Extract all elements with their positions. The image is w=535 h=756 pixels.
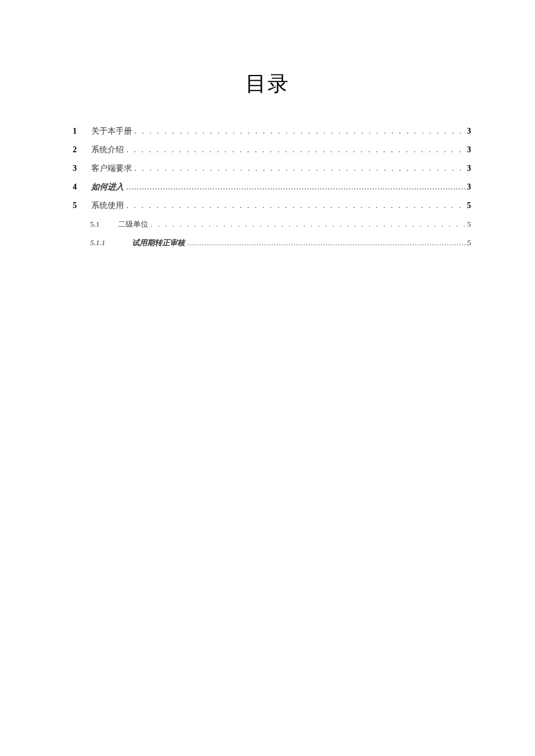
toc-page: 3 [467, 164, 471, 173]
toc-entry: 3 客户端要求 . . . . . . . . . . . . . . . . … [64, 163, 471, 174]
toc-number: 5 [73, 201, 91, 210]
toc-page: 3 [467, 182, 471, 192]
toc-entry: 5 系统使用 . . . . . . . . . . . . . . . . .… [64, 200, 471, 211]
toc-text: 客户端要求 [91, 163, 132, 174]
toc-page: 5 [467, 201, 471, 210]
toc-page: 5 [468, 238, 472, 248]
toc-page: 3 [467, 145, 471, 155]
toc-number: 5.1.1 [90, 238, 132, 248]
toc-entry: 5.1 二级单位 . . . . . . . . . . . . . . . .… [64, 219, 471, 230]
toc-title: 目录 [64, 70, 471, 98]
toc-text: 如何进入 [91, 182, 124, 192]
toc-leader: . . . . . . . . . . . . . . . . . . . . … [132, 164, 467, 173]
toc-leader: . . . . . . . . . . . . . . . . . . . . … [124, 145, 467, 155]
toc-text: 二级单位 [118, 219, 148, 230]
toc-number: 3 [73, 164, 91, 173]
toc-leader: . . . . . . . . . . . . . . . . . . . . … [148, 220, 468, 229]
toc-leader: ........................................… [124, 182, 467, 192]
toc-entry: 2 系统介绍 . . . . . . . . . . . . . . . . .… [64, 145, 471, 155]
document-page: 目录 1 关于本手册 . . . . . . . . . . . . . . .… [0, 0, 535, 248]
toc-number: 2 [73, 145, 91, 155]
toc-number: 4 [73, 182, 91, 192]
toc-leader: . . . . . . . . . . . . . . . . . . . . … [132, 127, 467, 136]
toc-text: 系统介绍 [91, 145, 124, 155]
toc-entry: 5.1.1 试用期转正审核 ..........................… [64, 238, 471, 248]
toc-text: 试用期转正审核 [132, 238, 185, 248]
toc-page: 5 [468, 220, 472, 229]
toc-entry: 1 关于本手册 . . . . . . . . . . . . . . . . … [64, 126, 471, 137]
toc-leader: ........................................… [185, 238, 468, 248]
toc-number: 1 [73, 127, 91, 136]
toc-text: 关于本手册 [91, 126, 132, 137]
toc-leader: . . . . . . . . . . . . . . . . . . . . … [124, 201, 467, 210]
toc-page: 3 [467, 127, 471, 136]
toc-text: 系统使用 [91, 200, 124, 211]
toc-number: 5.1 [90, 220, 118, 229]
toc-entry: 4 如何进入 .................................… [64, 182, 471, 192]
toc-list: 1 关于本手册 . . . . . . . . . . . . . . . . … [64, 126, 471, 248]
